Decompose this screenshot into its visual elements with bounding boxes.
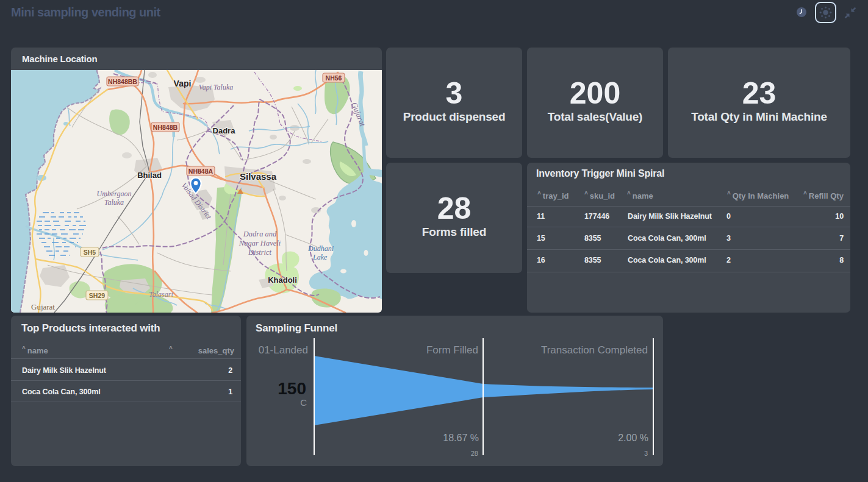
svg-text:Bhilad: Bhilad <box>137 171 162 180</box>
svg-text:Gujarat: Gujarat <box>31 302 55 311</box>
svg-text:Taluka: Taluka <box>104 198 124 207</box>
svg-text:01-Landed: 01-Landed <box>259 344 308 356</box>
svg-text:150: 150 <box>278 379 306 398</box>
svg-text:Umbergaon: Umbergaon <box>97 190 132 198</box>
svg-text:NH848A: NH848A <box>188 168 213 175</box>
svg-text:Talasari: Talasari <box>149 290 173 299</box>
svg-text:Dudhani: Dudhani <box>307 244 334 253</box>
svg-text:Vapi: Vapi <box>174 79 192 88</box>
svg-text:Dadra and: Dadra and <box>243 230 277 238</box>
svg-text:Lake: Lake <box>312 253 328 261</box>
svg-text:SH29: SH29 <box>89 292 105 299</box>
svg-text:District: District <box>248 248 272 257</box>
svg-text:2.00 %: 2.00 % <box>618 433 648 443</box>
svg-text:Vapi Taluka: Vapi Taluka <box>199 83 234 91</box>
svg-text:Transaction Completed: Transaction Completed <box>541 344 648 356</box>
svg-text:Dadra: Dadra <box>213 126 236 135</box>
svg-text:NH56: NH56 <box>326 74 342 82</box>
svg-text:C: C <box>300 397 307 408</box>
svg-text:SH5: SH5 <box>84 249 96 256</box>
svg-text:Nagar Haveli: Nagar Haveli <box>239 239 281 247</box>
svg-text:18.67 %: 18.67 % <box>443 433 479 443</box>
svg-text:Silvassa: Silvassa <box>240 171 277 182</box>
svg-text:3: 3 <box>644 450 648 457</box>
svg-text:NH848B: NH848B <box>153 124 178 131</box>
svg-text:Khadoli: Khadoli <box>268 275 297 285</box>
svg-text:Form Filled: Form Filled <box>426 344 478 356</box>
svg-text:NH848BB: NH848BB <box>108 78 137 85</box>
svg-text:28: 28 <box>471 450 478 457</box>
